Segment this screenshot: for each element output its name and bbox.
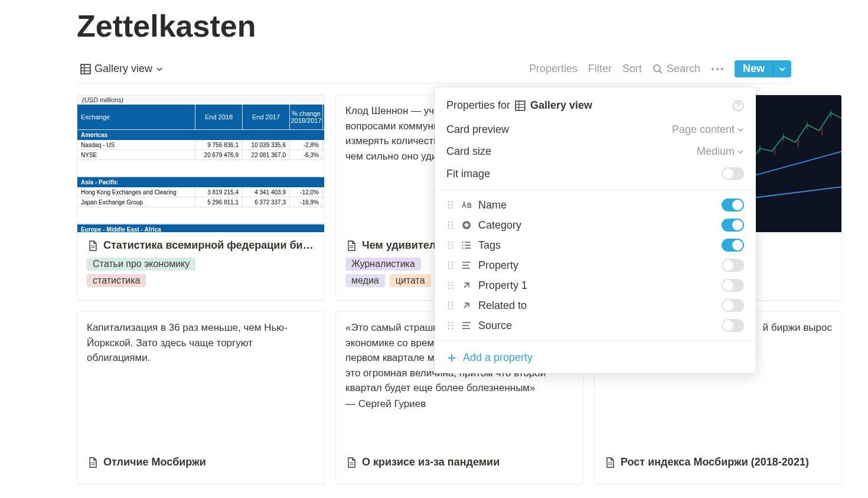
property-toggle[interactable] [722, 279, 744, 292]
property-toggle[interactable] [722, 319, 744, 332]
page-title: Zettelkasten [77, 8, 791, 44]
table-section: Europe - Middle East - Africa [77, 224, 324, 232]
fit-image-row[interactable]: Fit image [435, 162, 756, 185]
more-options-button[interactable] [711, 67, 724, 71]
card-preview-attribution: — Сергей Гуриев [336, 396, 583, 418]
card-size-value: Medium [697, 145, 735, 158]
card-cover: Капитализация в 36 раз меньше, чем Нью-Й… [77, 312, 324, 449]
property-row[interactable]: Related to [435, 295, 756, 315]
svg-point-80 [448, 282, 450, 284]
property-row[interactable]: Name [435, 195, 756, 215]
add-property-button[interactable]: Add a property [435, 346, 756, 364]
card-title: Отличие Мосбиржи [103, 456, 206, 468]
page-icon [87, 240, 99, 252]
svg-rect-40 [515, 101, 525, 110]
property-row[interactable]: Property [435, 255, 756, 275]
property-type-icon [461, 259, 472, 271]
fit-image-toggle[interactable] [722, 167, 744, 180]
col-header: Exchange [77, 105, 195, 129]
col-header: End 2017 [243, 105, 290, 129]
svg-point-48 [448, 204, 450, 206]
svg-point-55 [452, 224, 453, 226]
tag: Статьи про экономику [87, 258, 195, 271]
drag-handle-icon[interactable] [446, 200, 455, 210]
filter-button[interactable]: Filter [588, 63, 612, 75]
svg-point-63 [448, 248, 450, 249]
property-toggle[interactable] [722, 259, 744, 272]
property-label: Tags [478, 239, 501, 252]
svg-point-76 [452, 268, 453, 269]
page-icon [87, 457, 99, 468]
view-switcher-button[interactable]: Gallery view [77, 60, 167, 77]
table-icon [515, 100, 526, 111]
svg-point-50 [448, 207, 450, 209]
page-icon [345, 240, 357, 252]
property-toggle[interactable] [722, 198, 744, 211]
table-icon [80, 64, 91, 74]
svg-point-54 [448, 224, 450, 226]
card-preview-text: Капитализация в 36 раз меньше, чем Нью-Й… [77, 312, 324, 374]
sort-button[interactable]: Sort [622, 63, 642, 75]
svg-point-87 [452, 302, 453, 304]
property-row[interactable]: Source [435, 315, 756, 336]
gallery-card[interactable]: (USD millions) Exchange End 2018 End 201… [77, 95, 325, 301]
card-size-label: Card size [446, 145, 491, 158]
drag-handle-icon[interactable] [446, 300, 455, 311]
property-type-icon [461, 199, 472, 211]
properties-button[interactable]: Properties [529, 63, 577, 75]
svg-point-6 [712, 68, 714, 70]
popover-header-prefix: Properties for [446, 99, 510, 112]
col-header: % change 2018/2017 [290, 105, 323, 129]
drag-handle-icon[interactable] [446, 320, 455, 331]
database-toolbar: Gallery view Properties Filter Sort Sear… [77, 54, 791, 84]
card-title: Рост индекса Мосбиржи (2018-2021) [621, 456, 809, 468]
new-button[interactable]: New [735, 60, 774, 77]
card-title: Чем удивител [362, 239, 436, 252]
drag-handle-icon[interactable] [446, 240, 455, 250]
svg-point-94 [448, 325, 450, 327]
svg-point-91 [452, 308, 453, 310]
property-label: Source [478, 320, 512, 332]
svg-point-60 [452, 242, 453, 243]
drag-handle-icon[interactable] [446, 220, 455, 230]
property-label: Property 1 [478, 279, 527, 292]
svg-point-84 [448, 288, 450, 289]
svg-point-82 [448, 285, 450, 287]
svg-point-46 [448, 201, 450, 203]
card-cover: (USD millions) Exchange End 2018 End 201… [77, 95, 324, 232]
svg-point-53 [452, 222, 453, 223]
drag-handle-icon[interactable] [446, 280, 455, 291]
search-label: Search [667, 63, 700, 75]
svg-point-95 [452, 325, 453, 327]
new-button-group: New [735, 60, 791, 77]
property-toggle[interactable] [722, 219, 744, 232]
search-button[interactable]: Search [652, 63, 700, 75]
property-toggle[interactable] [722, 239, 744, 252]
svg-point-96 [448, 328, 450, 330]
chevron-down-icon [737, 126, 744, 134]
card-size-row[interactable]: Card size Medium [435, 141, 756, 162]
fit-image-label: Fit image [446, 168, 490, 180]
drag-handle-icon[interactable] [446, 260, 455, 271]
cover-caption: (USD millions) [77, 95, 324, 105]
divider [435, 340, 756, 341]
property-row[interactable]: Tags [435, 235, 756, 255]
property-row[interactable]: Property 1 [435, 275, 756, 295]
svg-point-93 [452, 322, 453, 324]
card-preview-row[interactable]: Card preview Page content [435, 119, 756, 141]
property-toggle[interactable] [722, 299, 744, 312]
svg-point-69 [462, 245, 463, 246]
tag: Журналистика [345, 258, 421, 271]
svg-point-4 [654, 65, 660, 71]
property-row[interactable]: Category [435, 215, 756, 235]
chevron-down-icon [779, 66, 786, 73]
help-icon[interactable] [732, 100, 744, 112]
svg-point-61 [448, 245, 450, 246]
svg-point-74 [452, 265, 453, 266]
gallery-card[interactable]: Капитализация в 36 раз меньше, чем Нью-Й… [77, 311, 325, 484]
page-icon [345, 457, 357, 468]
svg-point-68 [462, 242, 463, 243]
svg-point-7 [716, 68, 719, 70]
plus-icon [446, 353, 457, 363]
new-dropdown-button[interactable] [774, 60, 791, 77]
